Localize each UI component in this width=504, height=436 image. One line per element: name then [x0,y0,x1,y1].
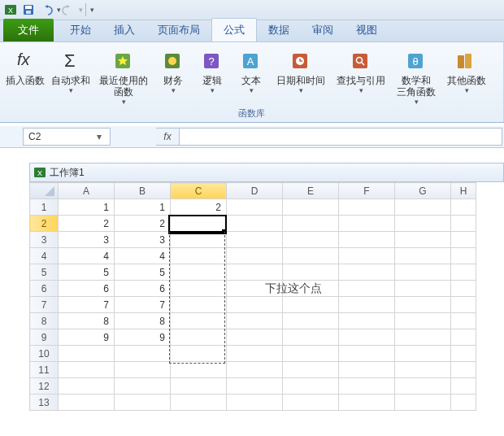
select-all-corner[interactable] [30,183,59,199]
cell[interactable] [339,248,395,264]
col-header-E[interactable]: E [283,183,339,199]
cell[interactable] [171,329,227,346]
row-header[interactable]: 12 [30,378,59,395]
cell[interactable] [451,248,476,264]
cell[interactable] [171,232,227,248]
cell[interactable]: 1 [59,199,115,216]
cell[interactable] [395,378,451,395]
save-icon[interactable] [21,2,36,17]
cell[interactable] [339,281,395,297]
cell[interactable] [171,264,227,281]
row-header[interactable]: 1 [30,199,59,216]
cell[interactable] [451,264,476,281]
row-header[interactable]: 4 [30,248,59,264]
row-header[interactable]: 8 [30,313,59,329]
fx-label[interactable]: fx [156,128,180,146]
tab-page-layout[interactable]: 页面布局 [146,19,211,41]
cell[interactable]: 8 [59,313,115,329]
cell[interactable] [283,297,339,313]
tab-formulas[interactable]: 公式 [211,18,257,41]
cell[interactable]: 5 [115,264,171,281]
cell[interactable]: 5 [59,264,115,281]
cell[interactable] [283,264,339,281]
cell[interactable] [339,232,395,248]
cell[interactable] [283,248,339,264]
row-header[interactable]: 13 [30,395,59,411]
col-header-F[interactable]: F [339,183,395,199]
cell[interactable]: 4 [59,248,115,264]
cell[interactable]: 2 [59,216,115,232]
col-header-G[interactable]: G [395,183,451,199]
cell[interactable] [451,329,476,346]
math-trig-button[interactable]: θ 数学和 三角函数 ▾ [392,44,441,106]
logical-button[interactable]: ? 逻辑 ▾ [193,44,231,94]
col-header-A[interactable]: A [59,183,115,199]
cell[interactable] [339,199,395,216]
tab-data[interactable]: 数据 [257,19,301,41]
cell[interactable] [339,378,395,395]
cell[interactable] [115,395,171,411]
cell[interactable] [59,362,115,378]
cell[interactable] [451,216,476,232]
cell[interactable] [227,216,283,232]
cell[interactable] [171,297,227,313]
cell[interactable] [451,199,476,216]
cell[interactable]: 2 [171,199,227,216]
cell[interactable] [451,362,476,378]
cell[interactable] [339,329,395,346]
cell[interactable] [115,378,171,395]
cell[interactable] [451,378,476,395]
cell[interactable] [227,248,283,264]
cell[interactable] [395,346,451,362]
cell[interactable] [115,346,171,362]
cell[interactable] [171,313,227,329]
cell[interactable] [227,395,283,411]
cell[interactable]: 1 [115,199,171,216]
cell[interactable] [339,395,395,411]
cell[interactable] [395,199,451,216]
cell[interactable] [395,264,451,281]
cell[interactable] [395,395,451,411]
cell[interactable] [171,248,227,264]
cell[interactable] [395,248,451,264]
cell[interactable] [451,297,476,313]
cell[interactable] [283,362,339,378]
text-button[interactable]: A 文本 ▾ [232,44,270,94]
cell[interactable] [227,313,283,329]
cell[interactable] [339,346,395,362]
cell[interactable] [171,395,227,411]
tab-view[interactable]: 视图 [345,19,389,41]
cell[interactable] [283,199,339,216]
cell[interactable] [171,378,227,395]
more-functions-button[interactable]: 其他函数 ▾ [442,44,491,94]
cell[interactable] [227,346,283,362]
qat-customize-icon[interactable]: ▾ [90,6,94,14]
cell[interactable] [115,362,171,378]
lookup-button[interactable]: 查找与引用 ▾ [332,44,390,94]
col-header-D[interactable]: D [227,183,283,199]
cell[interactable] [395,329,451,346]
cell[interactable] [395,216,451,232]
cell[interactable] [283,232,339,248]
cell[interactable]: 7 [115,297,171,313]
spreadsheet-grid[interactable]: A B C D E F G H 1112 222 333 444 555 666… [29,182,504,411]
row-header[interactable]: 3 [30,232,59,248]
cell[interactable] [395,362,451,378]
cell[interactable] [227,329,283,346]
cell[interactable] [283,329,339,346]
cell[interactable]: 6 [59,281,115,297]
row-header[interactable]: 11 [30,362,59,378]
name-box-dropdown-icon[interactable]: ▾ [93,131,105,142]
recently-used-button[interactable]: 最近使用的 函数 ▾ [94,44,153,106]
tab-review[interactable]: 审阅 [301,19,345,41]
cell[interactable] [395,281,451,297]
cell[interactable]: 9 [59,329,115,346]
cell[interactable] [283,378,339,395]
redo-icon[interactable] [61,2,76,17]
row-header[interactable]: 9 [30,329,59,346]
cell[interactable]: 3 [59,232,115,248]
tab-file[interactable]: 文件 [3,19,54,41]
cell[interactable] [171,362,227,378]
cell[interactable] [451,313,476,329]
cell[interactable]: 3 [115,232,171,248]
